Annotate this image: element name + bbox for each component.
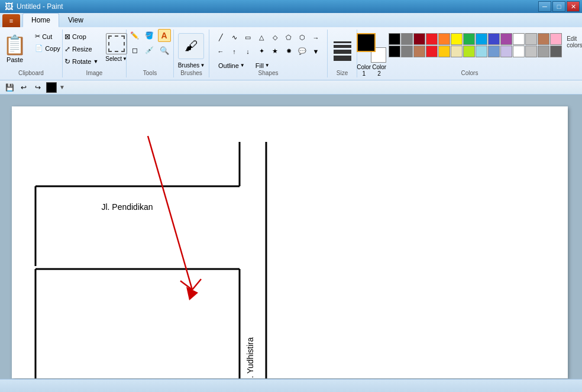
color-dropdown-arrow[interactable]: ▼ <box>59 84 65 90</box>
swatch-r2c9[interactable] <box>488 46 500 57</box>
tab-view[interactable]: View <box>59 13 92 27</box>
swatch-gray[interactable] <box>401 33 413 45</box>
fill-button[interactable]: Fill ▼ <box>251 60 274 71</box>
crop-button[interactable]: ⊠ Crop <box>62 31 101 43</box>
select-dropdown[interactable]: Select ▼ <box>105 56 127 62</box>
swatch-purple[interactable] <box>500 33 512 45</box>
cut-label: Cut <box>42 33 52 40</box>
color1-swatch[interactable] <box>357 33 376 52</box>
rotate-label: Rotate <box>72 58 91 65</box>
edit-colors-area: Editcolors <box>567 35 582 48</box>
swatch-r2c6[interactable] <box>451 46 463 57</box>
swatch-r2c5[interactable] <box>438 46 450 57</box>
swatch-yellow[interactable] <box>451 33 463 45</box>
brushes-arrow: ▼ <box>200 63 205 68</box>
new-file-button[interactable]: 💾 <box>4 82 15 93</box>
brush-main-button[interactable]: 🖌 <box>178 33 204 59</box>
edit-colors-button[interactable]: Editcolors <box>567 35 582 48</box>
size-option-4[interactable] <box>334 56 351 61</box>
shape-rect[interactable]: ▭ <box>241 31 254 44</box>
swatch-r2c10[interactable] <box>500 46 512 57</box>
tab-home[interactable]: Home <box>22 13 59 27</box>
shape-diamond[interactable]: ◇ <box>269 31 282 44</box>
svg-line-14 <box>192 279 201 290</box>
ribbon-group-colors: Color1 Color2 <box>357 30 582 77</box>
swatch-r2c11[interactable] <box>513 46 525 57</box>
size-option-2[interactable] <box>334 45 351 48</box>
paste-button[interactable]: 📋 Paste <box>0 31 31 66</box>
shape-pentagon[interactable]: ⬠ <box>282 31 295 44</box>
shape-line[interactable]: ╱ <box>214 31 227 44</box>
select-button[interactable] <box>106 33 127 54</box>
swatch-r2c14[interactable] <box>550 46 562 57</box>
fill-tool[interactable]: 🪣 <box>143 29 156 42</box>
copy-icon: 📄 <box>35 44 43 52</box>
shape-star4[interactable]: ✦ <box>255 45 268 58</box>
swatch-r2c8[interactable] <box>476 46 487 57</box>
swatch-black[interactable] <box>389 33 400 45</box>
shape-star5[interactable]: ★ <box>269 45 282 58</box>
shape-arrow-left[interactable]: ← <box>214 45 227 58</box>
eraser-tool[interactable]: ◻ <box>128 44 141 57</box>
shape-hexagon[interactable]: ⬡ <box>296 31 309 44</box>
text-tool[interactable]: A <box>158 29 171 42</box>
swatch-r2c4[interactable] <box>426 46 438 57</box>
rotate-button[interactable]: ↻ Rotate ▼ <box>62 56 101 67</box>
size-option-3[interactable] <box>334 50 351 54</box>
ribbon-group-size: Size <box>328 30 357 77</box>
shape-burst[interactable]: ✸ <box>282 45 295 58</box>
shape-speech[interactable]: 💬 <box>296 45 309 58</box>
cut-button[interactable]: ✂ Cut <box>32 31 63 42</box>
size-option-1[interactable] <box>334 41 351 43</box>
shape-arrow-up[interactable]: ↑ <box>228 45 241 58</box>
size-label: Size <box>328 70 357 76</box>
swatch-r2c7[interactable] <box>463 46 475 57</box>
swatch-green[interactable] <box>463 33 475 45</box>
shape-curve[interactable]: ∿ <box>228 31 241 44</box>
swatch-pink[interactable] <box>550 33 562 45</box>
magnify-tool[interactable]: 🔍 <box>158 44 171 57</box>
outline-button[interactable]: Outline ▼ <box>214 60 249 71</box>
maximize-button[interactable]: □ <box>552 1 565 12</box>
color-picker-tool[interactable]: 💉 <box>143 44 156 57</box>
ribbon: 📋 Paste ✂ Cut 📄 Copy Clipboard ⊠ <box>0 27 582 80</box>
swatch-brown[interactable] <box>538 33 549 45</box>
brushes-dropdown[interactable]: Brushes ▼ <box>178 62 205 69</box>
brush-icon: 🖌 <box>185 38 198 54</box>
minimize-button[interactable]: ─ <box>538 1 551 12</box>
ribbon-group-image: ⊠ Crop ⤢ Resize ↻ Rotate ▼ Select <box>63 30 127 77</box>
paste-icon: 📋 <box>3 34 27 56</box>
window-controls: ─ □ ✕ <box>538 1 580 12</box>
close-button[interactable]: ✕ <box>567 1 580 12</box>
resize-button[interactable]: ⤢ Resize <box>62 43 101 55</box>
swatch-r2c12[interactable] <box>525 46 537 57</box>
shape-more[interactable]: ▼ <box>309 45 322 58</box>
swatch-orange[interactable] <box>438 33 450 45</box>
shape-triangle[interactable]: △ <box>255 31 268 44</box>
swatch-r2c13[interactable] <box>538 46 549 57</box>
swatch-white[interactable] <box>513 33 525 45</box>
ribbon-group-tools: ✏️ 🪣 A ◻ 💉 🔍 Tools <box>127 30 174 77</box>
swatch-r2c2[interactable] <box>401 46 413 57</box>
canvas-svg: Jl. Pendidikan Jl. Yudhistira JL.Raya Ga… <box>12 106 568 378</box>
paint-menu-button[interactable]: ≡ <box>2 14 20 27</box>
swatch-r2c3[interactable] <box>413 46 425 57</box>
pencil-tool[interactable]: ✏️ <box>128 29 141 42</box>
swatch-r2c1[interactable] <box>389 46 400 57</box>
clipboard-small-buttons: ✂ Cut 📄 Copy <box>32 31 63 54</box>
swatch-blue[interactable] <box>476 33 487 45</box>
canvas-area[interactable]: Jl. Pendidikan Jl. Yudhistira JL.Raya Ga… <box>0 95 582 379</box>
ribbon-tabs: ≡ Home View <box>0 13 582 27</box>
swatch-indigo[interactable] <box>488 33 500 45</box>
copy-button[interactable]: 📄 Copy <box>32 43 63 54</box>
brushes-group-label: Brushes <box>174 70 209 76</box>
redo-button[interactable]: ↪ <box>32 82 44 93</box>
undo-button[interactable]: ↩ <box>18 82 30 93</box>
swatch-lightgray[interactable] <box>525 33 537 45</box>
swatch-red[interactable] <box>426 33 438 45</box>
swatch-darkred[interactable] <box>413 33 425 45</box>
outline-label: Outline <box>218 62 239 69</box>
fill-label: Fill <box>256 62 264 69</box>
shape-arrow-right[interactable]: → <box>309 31 322 44</box>
shape-arrow-down[interactable]: ↓ <box>241 45 254 58</box>
